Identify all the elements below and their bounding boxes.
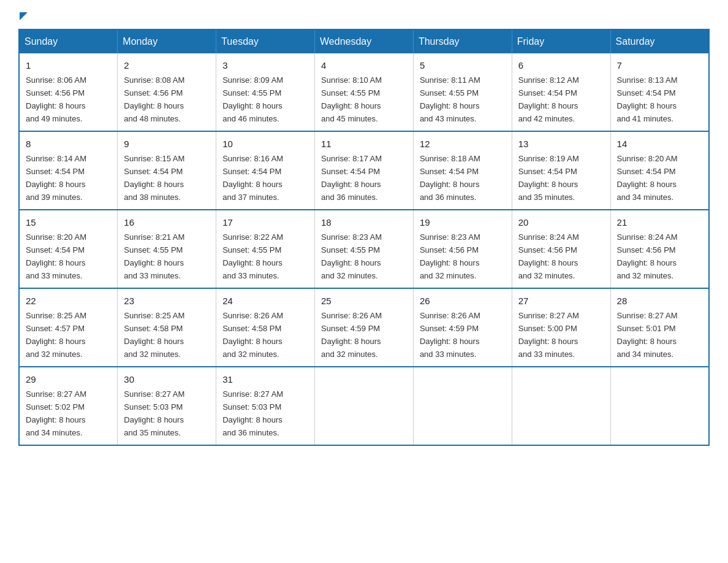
calendar-cell [512,367,610,445]
page-header [18,12,710,18]
calendar-cell [610,367,709,445]
day-info: Sunrise: 8:23 AMSunset: 4:56 PMDaylight:… [420,232,480,280]
day-number: 3 [222,58,308,72]
header-friday: Friday [512,29,610,53]
day-number: 20 [518,215,604,229]
day-number: 22 [26,294,111,308]
calendar-cell: 3 Sunrise: 8:09 AMSunset: 4:55 PMDayligh… [216,53,315,131]
calendar-week-2: 8 Sunrise: 8:14 AMSunset: 4:54 PMDayligh… [19,131,709,210]
calendar-cell: 5 Sunrise: 8:11 AMSunset: 4:55 PMDayligh… [413,53,512,131]
day-number: 9 [124,137,210,151]
day-number: 4 [321,58,407,72]
day-info: Sunrise: 8:08 AMSunset: 4:56 PMDaylight:… [124,75,184,123]
day-number: 5 [420,58,506,72]
logo [18,12,28,18]
day-info: Sunrise: 8:24 AMSunset: 4:56 PMDaylight:… [518,232,579,280]
calendar-cell: 30 Sunrise: 8:27 AMSunset: 5:03 PMDaylig… [118,367,216,445]
day-info: Sunrise: 8:21 AMSunset: 4:55 PMDaylight:… [124,232,184,280]
calendar-header-row: SundayMondayTuesdayWednesdayThursdayFrid… [19,29,709,53]
calendar-cell: 19 Sunrise: 8:23 AMSunset: 4:56 PMDaylig… [413,210,512,288]
day-info: Sunrise: 8:26 AMSunset: 4:59 PMDaylight:… [321,311,382,359]
day-info: Sunrise: 8:10 AMSunset: 4:55 PMDaylight:… [321,75,382,123]
day-number: 16 [124,215,210,229]
calendar-cell: 9 Sunrise: 8:15 AMSunset: 4:54 PMDayligh… [118,131,216,210]
calendar-cell: 8 Sunrise: 8:14 AMSunset: 4:54 PMDayligh… [19,131,118,210]
calendar-cell: 18 Sunrise: 8:23 AMSunset: 4:55 PMDaylig… [315,210,414,288]
day-number: 15 [26,215,111,229]
day-info: Sunrise: 8:16 AMSunset: 4:54 PMDaylight:… [222,154,283,202]
day-info: Sunrise: 8:06 AMSunset: 4:56 PMDaylight:… [26,75,86,123]
header-tuesday: Tuesday [216,29,315,53]
calendar-cell: 24 Sunrise: 8:26 AMSunset: 4:58 PMDaylig… [216,288,315,367]
day-number: 28 [617,294,702,308]
day-number: 14 [617,137,702,151]
calendar-week-4: 22 Sunrise: 8:25 AMSunset: 4:57 PMDaylig… [19,288,709,367]
calendar-week-5: 29 Sunrise: 8:27 AMSunset: 5:02 PMDaylig… [19,367,709,445]
calendar-cell: 10 Sunrise: 8:16 AMSunset: 4:54 PMDaylig… [216,131,315,210]
day-number: 19 [420,215,506,229]
day-info: Sunrise: 8:19 AMSunset: 4:54 PMDaylight:… [518,154,579,202]
calendar-week-3: 15 Sunrise: 8:20 AMSunset: 4:54 PMDaylig… [19,210,709,288]
day-number: 10 [222,137,308,151]
header-monday: Monday [118,29,216,53]
calendar-cell: 2 Sunrise: 8:08 AMSunset: 4:56 PMDayligh… [118,53,216,131]
day-info: Sunrise: 8:27 AMSunset: 5:02 PMDaylight:… [26,389,86,437]
day-info: Sunrise: 8:09 AMSunset: 4:55 PMDaylight:… [222,75,283,123]
day-number: 6 [518,58,604,72]
calendar-cell: 23 Sunrise: 8:25 AMSunset: 4:58 PMDaylig… [118,288,216,367]
header-wednesday: Wednesday [315,29,414,53]
day-number: 8 [26,137,111,151]
calendar-cell: 25 Sunrise: 8:26 AMSunset: 4:59 PMDaylig… [315,288,414,367]
calendar-cell: 17 Sunrise: 8:22 AMSunset: 4:55 PMDaylig… [216,210,315,288]
day-number: 31 [222,372,308,386]
day-info: Sunrise: 8:27 AMSunset: 5:03 PMDaylight:… [124,389,184,437]
calendar-cell: 20 Sunrise: 8:24 AMSunset: 4:56 PMDaylig… [512,210,610,288]
day-number: 23 [124,294,210,308]
day-info: Sunrise: 8:20 AMSunset: 4:54 PMDaylight:… [26,232,86,280]
day-info: Sunrise: 8:15 AMSunset: 4:54 PMDaylight:… [124,154,184,202]
day-number: 13 [518,137,604,151]
header-thursday: Thursday [413,29,512,53]
calendar-week-1: 1 Sunrise: 8:06 AMSunset: 4:56 PMDayligh… [19,53,709,131]
day-info: Sunrise: 8:18 AMSunset: 4:54 PMDaylight:… [420,154,480,202]
day-number: 21 [617,215,702,229]
calendar-cell: 26 Sunrise: 8:26 AMSunset: 4:59 PMDaylig… [413,288,512,367]
calendar-cell: 15 Sunrise: 8:20 AMSunset: 4:54 PMDaylig… [19,210,118,288]
day-info: Sunrise: 8:26 AMSunset: 4:59 PMDaylight:… [420,311,480,359]
day-info: Sunrise: 8:25 AMSunset: 4:58 PMDaylight:… [124,311,184,359]
calendar-cell [413,367,512,445]
calendar-cell: 14 Sunrise: 8:20 AMSunset: 4:54 PMDaylig… [610,131,709,210]
day-info: Sunrise: 8:27 AMSunset: 5:03 PMDaylight:… [222,389,283,437]
calendar-cell: 4 Sunrise: 8:10 AMSunset: 4:55 PMDayligh… [315,53,414,131]
day-info: Sunrise: 8:13 AMSunset: 4:54 PMDaylight:… [617,75,678,123]
day-info: Sunrise: 8:27 AMSunset: 5:00 PMDaylight:… [518,311,579,359]
day-number: 24 [222,294,308,308]
day-info: Sunrise: 8:11 AMSunset: 4:55 PMDaylight:… [420,75,480,123]
day-number: 17 [222,215,308,229]
calendar-cell: 22 Sunrise: 8:25 AMSunset: 4:57 PMDaylig… [19,288,118,367]
day-number: 18 [321,215,407,229]
header-saturday: Saturday [610,29,709,53]
day-info: Sunrise: 8:27 AMSunset: 5:01 PMDaylight:… [617,311,678,359]
calendar-cell: 7 Sunrise: 8:13 AMSunset: 4:54 PMDayligh… [610,53,709,131]
day-info: Sunrise: 8:26 AMSunset: 4:58 PMDaylight:… [222,311,283,359]
header-sunday: Sunday [19,29,118,53]
calendar-cell [315,367,414,445]
day-info: Sunrise: 8:12 AMSunset: 4:54 PMDaylight:… [518,75,579,123]
calendar-cell: 1 Sunrise: 8:06 AMSunset: 4:56 PMDayligh… [19,53,118,131]
day-info: Sunrise: 8:24 AMSunset: 4:56 PMDaylight:… [617,232,678,280]
calendar-cell: 29 Sunrise: 8:27 AMSunset: 5:02 PMDaylig… [19,367,118,445]
calendar-cell: 11 Sunrise: 8:17 AMSunset: 4:54 PMDaylig… [315,131,414,210]
day-info: Sunrise: 8:20 AMSunset: 4:54 PMDaylight:… [617,154,678,202]
day-number: 1 [26,58,111,72]
calendar-cell: 12 Sunrise: 8:18 AMSunset: 4:54 PMDaylig… [413,131,512,210]
day-number: 12 [420,137,506,151]
day-number: 11 [321,137,407,151]
calendar-table: SundayMondayTuesdayWednesdayThursdayFrid… [18,29,710,446]
calendar-cell: 6 Sunrise: 8:12 AMSunset: 4:54 PMDayligh… [512,53,610,131]
calendar-cell: 31 Sunrise: 8:27 AMSunset: 5:03 PMDaylig… [216,367,315,445]
calendar-cell: 21 Sunrise: 8:24 AMSunset: 4:56 PMDaylig… [610,210,709,288]
day-number: 2 [124,58,210,72]
calendar-cell: 16 Sunrise: 8:21 AMSunset: 4:55 PMDaylig… [118,210,216,288]
day-number: 29 [26,372,111,386]
